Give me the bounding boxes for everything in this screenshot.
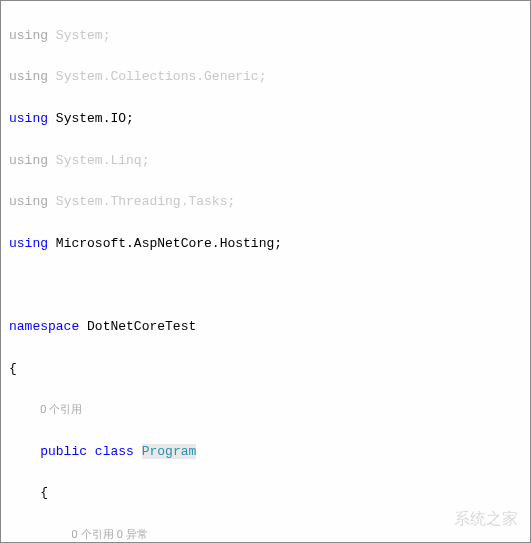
using-kw: using: [9, 194, 48, 209]
using-kw: using: [9, 236, 48, 251]
using-line: using System.Linq;: [9, 151, 522, 172]
ns-linq: System.Linq: [56, 153, 142, 168]
using-line: using System;: [9, 26, 522, 47]
ns-system: System: [56, 28, 103, 43]
class-decl-line: public class Program: [9, 442, 522, 463]
code-editor: using System; using System.Collections.G…: [0, 0, 531, 543]
ns-io: System.IO: [56, 111, 126, 126]
space: [48, 153, 56, 168]
space: [48, 236, 56, 251]
codelens-refs[interactable]: 0 个引用: [40, 403, 82, 415]
codelens-line: 0 个引用: [9, 400, 522, 421]
lbrace: {: [9, 361, 17, 376]
space: [79, 319, 87, 334]
lbrace: {: [40, 485, 48, 500]
ns-threading: System.Threading.Tasks: [56, 194, 228, 209]
using-kw: using: [9, 28, 48, 43]
using-line: using System.Threading.Tasks;: [9, 192, 522, 213]
ns-hosting: Microsoft.AspNetCore.Hosting: [56, 236, 274, 251]
using-kw: using: [9, 111, 48, 126]
using-line: using System.IO;: [9, 109, 522, 130]
codelens-refs-exc[interactable]: 0 个引用 0 异常: [71, 528, 147, 540]
blank-line: [9, 275, 522, 296]
class-name: Program: [142, 444, 197, 459]
using-kw: using: [9, 69, 48, 84]
space: [48, 194, 56, 209]
semicolon: ;: [103, 28, 111, 43]
space: [48, 111, 56, 126]
ns-collections: System.Collections.Generic: [56, 69, 259, 84]
brace-line: {: [9, 483, 522, 504]
namespace-name: DotNetCoreTest: [87, 319, 196, 334]
using-line: using Microsoft.AspNetCore.Hosting;: [9, 234, 522, 255]
public-kw: public: [40, 444, 87, 459]
semicolon: ;: [227, 194, 235, 209]
semicolon: ;: [126, 111, 134, 126]
using-line: using System.Collections.Generic;: [9, 67, 522, 88]
class-kw: class: [95, 444, 134, 459]
semicolon: ;: [274, 236, 282, 251]
codelens-line: 0 个引用 0 异常: [9, 525, 522, 543]
space: [48, 69, 56, 84]
namespace-kw: namespace: [9, 319, 79, 334]
using-kw: using: [9, 153, 48, 168]
brace-line: {: [9, 359, 522, 380]
semicolon: ;: [259, 69, 267, 84]
space: [48, 28, 56, 43]
namespace-line: namespace DotNetCoreTest: [9, 317, 522, 338]
semicolon: ;: [142, 153, 150, 168]
